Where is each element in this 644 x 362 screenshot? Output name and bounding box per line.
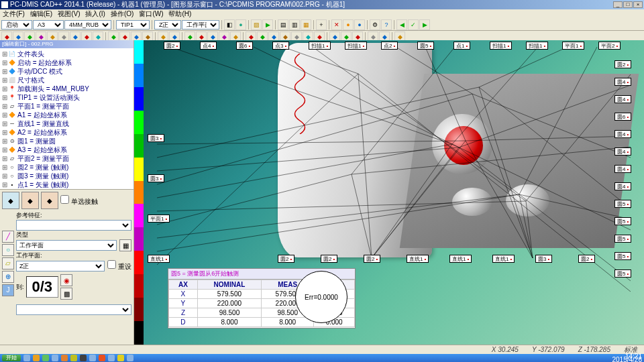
- taskbar-icon[interactable]: [127, 355, 133, 361]
- menu-item[interactable]: 编辑(E): [30, 9, 52, 19]
- taskbar-icon[interactable]: [33, 355, 40, 361]
- tree-item[interactable]: ⊞⊙圆1 = 测量圆: [1, 137, 132, 145]
- feature-label[interactable]: 平面2: [598, 42, 621, 50]
- feature-label[interactable]: 圆2: [578, 255, 595, 263]
- globe-icon[interactable]: ●: [235, 19, 246, 30]
- brush-icon[interactable]: ▨: [251, 19, 262, 30]
- program-tree[interactable]: ⊞📄文件表头⊞🔶启动 = 起始坐标系⊞🔷手动/DCC 模式⊞⬜尺寸格式⊞📍加载测…: [0, 48, 133, 189]
- taskbar-icon[interactable]: [108, 355, 115, 361]
- folder-icon[interactable]: ▦: [301, 19, 311, 30]
- feature-label[interactable]: 圆4: [614, 182, 631, 190]
- minimize-button[interactable]: _: [613, 1, 623, 8]
- maximize-button[interactable]: □: [623, 1, 633, 8]
- play-icon[interactable]: ▶: [262, 19, 273, 30]
- feature-label[interactable]: 圆5: [614, 217, 631, 225]
- feature-label[interactable]: 圆5: [417, 42, 434, 50]
- reset-check[interactable]: 重设: [107, 260, 131, 272]
- taskbar-icon[interactable]: [42, 355, 49, 361]
- menu-item[interactable]: 帮助(H): [168, 9, 191, 19]
- menu-item[interactable]: 窗口(W): [139, 9, 163, 19]
- feature-label[interactable]: 圆6: [236, 42, 253, 50]
- feature-label[interactable]: 点1: [453, 42, 470, 50]
- wp-combo[interactable]: 工作平面: [182, 20, 219, 29]
- feature-label[interactable]: 圆3: [148, 174, 164, 182]
- view-cube-icon[interactable]: ▦: [119, 239, 131, 251]
- bottom-combo[interactable]: [16, 304, 131, 315]
- startup-combo[interactable]: 启动: [1, 20, 32, 29]
- taskbar-icon[interactable]: [61, 355, 68, 361]
- feature-label[interactable]: 圆5: [614, 200, 631, 208]
- feature-label[interactable]: 圆4: [614, 147, 631, 156]
- tree-item[interactable]: ⊞🔶A3 = 起始坐标系: [1, 145, 132, 154]
- menu-item[interactable]: 文件(F): [3, 9, 25, 19]
- taskbar-icon[interactable]: [99, 355, 105, 361]
- feature-label[interactable]: 直线1: [492, 255, 515, 263]
- circle-tool-icon[interactable]: ○: [2, 244, 14, 256]
- feature-label[interactable]: 圆4: [614, 95, 631, 103]
- tree-item[interactable]: ⊞🔶A1 = 起始坐标系: [1, 111, 132, 119]
- menu-item[interactable]: 操作(O): [111, 9, 133, 19]
- menu-item[interactable]: 插入(I): [85, 9, 105, 19]
- blue-icon[interactable]: ●: [354, 19, 365, 30]
- tree-item[interactable]: ⊞📄文件表头: [1, 50, 132, 58]
- feature-label[interactable]: 圆3: [148, 134, 164, 142]
- feature-label[interactable]: 扫描1: [490, 42, 512, 50]
- feature-label[interactable]: 圆3: [535, 255, 552, 263]
- feature-label[interactable]: 圆6: [614, 113, 631, 121]
- tree-item[interactable]: ⊞🔶启动 = 起始坐标系: [1, 58, 132, 67]
- feature-label[interactable]: 直线1: [407, 255, 429, 263]
- wp2-combo[interactable]: Z正: [16, 261, 105, 272]
- feature-label[interactable]: 直线1: [148, 255, 170, 263]
- feature-label[interactable]: 圆2: [164, 42, 180, 50]
- feature-label[interactable]: 圆2: [614, 60, 631, 68]
- measure-icon-3[interactable]: ◆: [41, 192, 58, 209]
- text-icon[interactable]: ▥: [289, 19, 300, 30]
- help-icon[interactable]: ?: [381, 19, 392, 30]
- tree-item[interactable]: ⊞▱平面1 = 测量平面: [1, 102, 132, 111]
- start-button[interactable]: 开始: [2, 355, 21, 361]
- taskbar-icon[interactable]: [89, 355, 96, 361]
- feature-label[interactable]: 圆4: [614, 78, 631, 86]
- feature-label[interactable]: 圆5: [614, 235, 631, 243]
- measure-icon-2[interactable]: ◆: [21, 192, 39, 209]
- plane-tool-icon[interactable]: ▱: [2, 257, 14, 269]
- single-select-check[interactable]: 单选接触: [60, 195, 98, 206]
- feature-label[interactable]: 圆4: [614, 165, 631, 173]
- probe-combo[interactable]: A3: [33, 20, 64, 29]
- measure-icon-1[interactable]: ◆: [2, 192, 19, 209]
- tree-item[interactable]: ⊞▱平面2 = 测量平面: [1, 154, 132, 163]
- tree-item[interactable]: ⊞○圆2 = 测量 (触测): [1, 163, 132, 172]
- clear-icon[interactable]: ▩: [60, 288, 72, 300]
- settings-icon[interactable]: ⚙: [370, 19, 380, 30]
- feature-label[interactable]: 点4: [200, 42, 217, 50]
- red-x-icon[interactable]: ✕: [331, 19, 342, 30]
- plane-combo[interactable]: Z正: [154, 20, 181, 29]
- type-combo[interactable]: 工作平面: [16, 240, 117, 251]
- feature-label[interactable]: 圆5: [614, 269, 631, 278]
- tree-item[interactable]: ⊞🔷手动/DCC 模式: [1, 67, 132, 76]
- feature-label[interactable]: 平面1: [148, 215, 170, 223]
- feature-label[interactable]: 圆2: [321, 255, 337, 263]
- cube-icon[interactable]: ◧: [224, 19, 235, 30]
- taskbar-icon[interactable]: [70, 355, 77, 361]
- arrow-left-icon[interactable]: ◀: [396, 19, 407, 30]
- taskbar-icon[interactable]: [117, 355, 124, 361]
- feature-label[interactable]: 圆2: [364, 255, 380, 263]
- taskbar-icon[interactable]: [52, 355, 58, 361]
- menu-item[interactable]: 视图(V): [58, 9, 80, 19]
- tree-item[interactable]: ⊞○圆3 = 测量 (触测): [1, 172, 132, 180]
- check-icon[interactable]: ✓: [408, 19, 419, 30]
- tree-item[interactable]: ⊞⬜尺寸格式: [1, 76, 132, 84]
- target-tool-icon[interactable]: ⊕: [2, 271, 14, 283]
- tip-combo[interactable]: 4MM_RUBY: [64, 20, 111, 29]
- ref-feat-combo[interactable]: [16, 220, 131, 231]
- tree-item[interactable]: ⊞🔶A2 = 起始坐标系: [1, 128, 132, 137]
- doc-icon[interactable]: ▤: [278, 19, 288, 30]
- line-tool-icon[interactable]: ╱: [2, 231, 14, 243]
- close-button[interactable]: ×: [633, 1, 643, 8]
- zoom-plus-icon[interactable]: +: [316, 19, 327, 30]
- tree-item[interactable]: ⊞📍加载测头 = 4MM_RUBY: [1, 84, 132, 93]
- feature-label[interactable]: 平面1: [562, 42, 584, 50]
- feature-label[interactable]: 直线1: [449, 255, 472, 263]
- arrow-right-icon[interactable]: ▶: [419, 19, 430, 30]
